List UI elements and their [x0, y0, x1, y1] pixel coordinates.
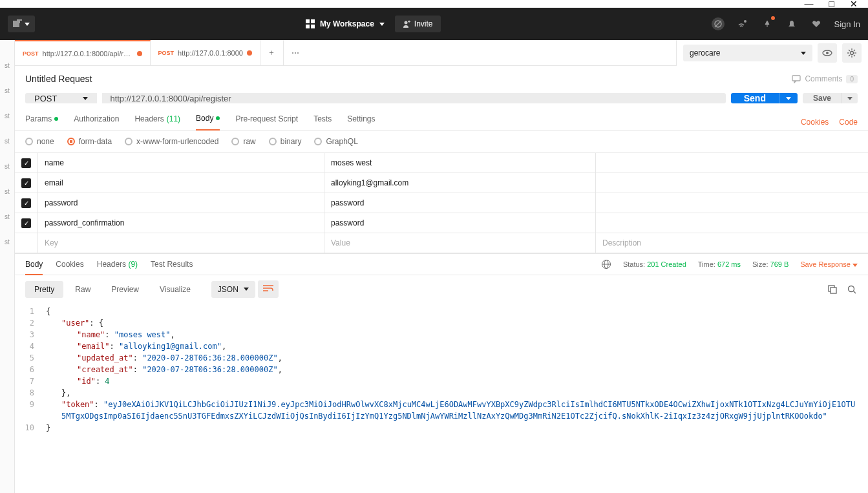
- wrap-icon: [263, 284, 273, 292]
- workspace-selector[interactable]: My Workspace: [306, 19, 385, 28]
- rail-item[interactable]: st: [0, 179, 14, 204]
- svg-rect-4: [311, 19, 315, 23]
- response-tab-test-results[interactable]: Test Results: [151, 260, 193, 274]
- response-body-viewer[interactable]: 1{2"user": {3"name": "moses west",4"emai…: [15, 303, 868, 436]
- rail-item[interactable]: st: [0, 103, 14, 129]
- window-minimize-button[interactable]: —: [805, 0, 814, 9]
- format-selector[interactable]: JSON: [211, 281, 255, 298]
- key-cell[interactable]: name: [38, 153, 324, 173]
- window-close-button[interactable]: ✕: [850, 0, 858, 9]
- tab-params[interactable]: Params: [25, 114, 58, 130]
- response-tab-body[interactable]: Body: [25, 260, 43, 275]
- body-type-form-data[interactable]: form-data: [67, 137, 112, 146]
- svg-point-12: [744, 20, 746, 23]
- new-tab-button[interactable]: ＋: [260, 40, 284, 65]
- url-input[interactable]: [102, 93, 725, 103]
- response-tab-cookies[interactable]: Cookies: [56, 260, 83, 274]
- value-cell[interactable]: password: [324, 193, 596, 213]
- request-title[interactable]: Untitled Request: [25, 74, 92, 84]
- viewer-preview-button[interactable]: Preview: [102, 281, 148, 298]
- svg-point-15: [851, 52, 854, 55]
- satellite-icon[interactable]: [736, 17, 749, 30]
- key-cell[interactable]: password_confirmation: [38, 213, 324, 233]
- request-tab[interactable]: POST http://127.0.0.1:8000: [151, 40, 260, 65]
- rail-item[interactable]: st: [0, 204, 14, 229]
- search-button[interactable]: [846, 284, 858, 295]
- body-type-urlencoded[interactable]: x-www-form-urlencoded: [125, 137, 218, 146]
- viewer-raw-button[interactable]: Raw: [66, 281, 100, 298]
- code-link[interactable]: Code: [839, 118, 858, 127]
- body-type-raw[interactable]: raw: [231, 137, 255, 146]
- key-cell[interactable]: Key: [38, 233, 324, 253]
- rail-item[interactable]: st: [0, 229, 14, 255]
- status-info: Status: 201 Created: [623, 260, 686, 268]
- search-icon: [847, 285, 856, 294]
- row-checkbox[interactable]: ✓: [21, 178, 31, 188]
- comments-label: Comments: [805, 74, 842, 83]
- environment-settings-button[interactable]: [842, 43, 862, 63]
- cookies-link[interactable]: Cookies: [801, 118, 829, 127]
- tab-tests[interactable]: Tests: [313, 114, 332, 130]
- window-maximize-button[interactable]: □: [829, 0, 834, 9]
- proxy-icon[interactable]: [712, 17, 725, 30]
- key-cell[interactable]: email: [38, 173, 324, 193]
- copy-button[interactable]: [827, 284, 838, 295]
- row-checkbox[interactable]: ✓: [21, 198, 31, 208]
- method-selector[interactable]: POST: [25, 93, 97, 103]
- grid-icon: [306, 19, 315, 28]
- value-cell[interactable]: Value: [324, 233, 596, 253]
- body-type-graphql[interactable]: GraphQL: [314, 137, 357, 146]
- rail-item[interactable]: st: [0, 154, 14, 179]
- tab-settings[interactable]: Settings: [347, 114, 375, 130]
- svg-rect-24: [792, 76, 800, 81]
- chevron-down-icon: [786, 97, 791, 100]
- response-tab-headers[interactable]: Headers (9): [97, 260, 138, 274]
- save-dropdown-button[interactable]: [842, 93, 858, 103]
- value-cell[interactable]: password: [324, 213, 596, 233]
- tab-headers[interactable]: Headers (11): [134, 114, 180, 130]
- sign-in-link[interactable]: Sign In: [834, 19, 860, 29]
- key-cell[interactable]: password: [38, 193, 324, 213]
- viewer-visualize-button[interactable]: Visualize: [151, 281, 200, 298]
- svg-rect-9: [408, 21, 409, 23]
- notifications-icon[interactable]: [785, 17, 798, 30]
- description-cell[interactable]: [596, 173, 868, 193]
- description-cell[interactable]: [596, 193, 868, 213]
- tab-prerequest[interactable]: Pre-request Script: [235, 114, 298, 130]
- heart-icon[interactable]: [810, 17, 823, 30]
- invite-button[interactable]: Invite: [395, 16, 441, 32]
- environment-quicklook-button[interactable]: [818, 43, 837, 63]
- body-type-none[interactable]: none: [25, 137, 54, 146]
- description-cell[interactable]: [596, 153, 868, 173]
- viewer-pretty-button[interactable]: Pretty: [25, 281, 63, 298]
- wrap-button[interactable]: [258, 280, 279, 298]
- bootcamp-icon[interactable]: [761, 17, 774, 30]
- tab-authorization[interactable]: Authorization: [74, 114, 119, 130]
- table-row: ✓ password password: [15, 193, 868, 213]
- body-type-binary[interactable]: binary: [269, 137, 302, 146]
- rail-item[interactable]: st: [0, 78, 14, 103]
- svg-rect-31: [831, 288, 836, 293]
- value-cell[interactable]: alloyking1@gmail.com: [324, 173, 596, 193]
- tab-more-button[interactable]: ⋯: [284, 40, 307, 65]
- value-cell[interactable]: moses west: [324, 153, 596, 173]
- save-button[interactable]: Save: [803, 93, 842, 103]
- description-cell[interactable]: [596, 213, 868, 233]
- svg-rect-3: [306, 19, 310, 23]
- indicator-icon: [216, 116, 220, 120]
- row-checkbox[interactable]: ✓: [21, 158, 31, 168]
- row-checkbox[interactable]: ✓: [21, 218, 31, 228]
- request-tab[interactable]: POST http://127.0.0.1:8000/api/regis...: [15, 40, 151, 65]
- indicator-icon: [54, 117, 58, 121]
- send-button[interactable]: Send: [731, 93, 779, 103]
- save-response-button[interactable]: Save Response: [800, 260, 858, 268]
- globe-icon[interactable]: [601, 259, 611, 269]
- send-dropdown-button[interactable]: [779, 93, 798, 103]
- rail-item[interactable]: st: [0, 53, 14, 78]
- tab-body[interactable]: Body: [196, 114, 220, 131]
- new-button[interactable]: [8, 16, 35, 32]
- description-cell[interactable]: Description: [596, 233, 868, 253]
- comments-button[interactable]: Comments 0: [792, 74, 858, 83]
- rail-item[interactable]: st: [0, 129, 14, 154]
- environment-selector[interactable]: gerocare: [683, 45, 812, 61]
